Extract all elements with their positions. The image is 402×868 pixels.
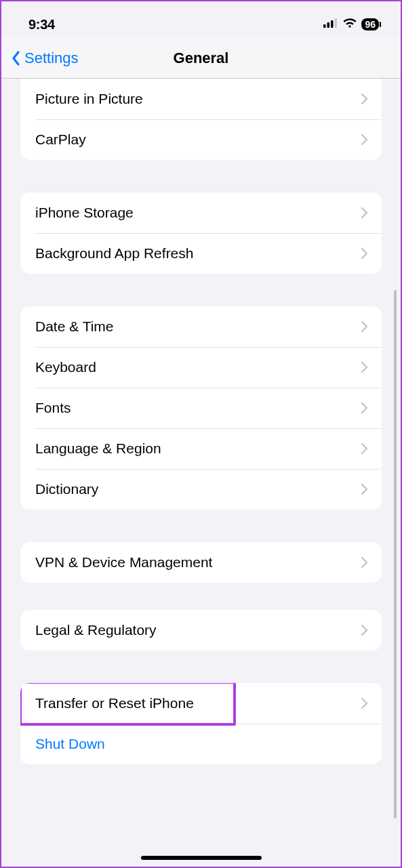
row-shut-down[interactable]: Shut Down <box>20 724 382 764</box>
group-media: Picture in Picture CarPlay <box>20 79 382 160</box>
row-transfer-or-reset-iphone[interactable]: Transfer or Reset iPhone <box>20 683 382 724</box>
chevron-right-icon <box>361 442 368 455</box>
svg-rect-0 <box>323 24 326 28</box>
group-storage: iPhone Storage Background App Refresh <box>20 192 382 274</box>
svg-rect-1 <box>327 22 330 28</box>
row-label: CarPlay <box>35 131 86 148</box>
back-label: Settings <box>24 49 79 67</box>
row-label: Keyboard <box>35 359 96 375</box>
chevron-right-icon <box>361 483 368 495</box>
status-bar: 9:34 96 <box>1 1 401 38</box>
row-label: Fonts <box>35 400 71 416</box>
row-keyboard[interactable]: Keyboard <box>20 347 382 388</box>
row-label: Shut Down <box>35 736 105 752</box>
chevron-right-icon <box>361 207 368 219</box>
cellular-icon <box>323 18 338 30</box>
back-button[interactable]: Settings <box>1 49 79 67</box>
row-date-time[interactable]: Date & Time <box>20 306 382 347</box>
row-fonts[interactable]: Fonts <box>20 388 382 428</box>
row-label: Date & Time <box>35 318 114 335</box>
chevron-right-icon <box>361 624 368 636</box>
status-indicators: 96 <box>323 18 379 31</box>
row-label: Background App Refresh <box>35 245 193 262</box>
row-label: Transfer or Reset iPhone <box>35 695 194 711</box>
settings-general-screen: 9:34 96 Settings General Picture in Pict… <box>1 1 401 867</box>
row-label: Dictionary <box>35 481 98 497</box>
chevron-right-icon <box>361 402 368 414</box>
settings-list: Picture in Picture CarPlay iPhone Storag… <box>1 79 401 867</box>
row-label: VPN & Device Management <box>35 554 212 571</box>
row-background-app-refresh[interactable]: Background App Refresh <box>20 233 382 274</box>
home-indicator[interactable] <box>141 856 262 860</box>
scrollbar[interactable] <box>394 290 397 819</box>
group-system: Date & Time Keyboard Fonts Language & Re… <box>20 306 382 510</box>
group-reset: Transfer or Reset iPhone Shut Down <box>20 683 382 764</box>
chevron-right-icon <box>361 93 368 105</box>
row-label: Legal & Regulatory <box>35 622 157 638</box>
nav-bar: Settings General <box>1 38 401 79</box>
chevron-right-icon <box>361 247 368 260</box>
status-time: 9:34 <box>28 17 55 33</box>
row-language-region[interactable]: Language & Region <box>20 428 382 469</box>
chevron-right-icon <box>361 321 368 333</box>
chevron-left-icon <box>11 50 22 66</box>
row-label: Picture in Picture <box>35 91 143 107</box>
row-dictionary[interactable]: Dictionary <box>20 469 382 510</box>
row-legal-regulatory[interactable]: Legal & Regulatory <box>20 610 382 650</box>
chevron-right-icon <box>361 697 368 709</box>
row-label: iPhone Storage <box>35 205 134 221</box>
svg-rect-2 <box>331 20 334 28</box>
row-carplay[interactable]: CarPlay <box>20 119 382 160</box>
chevron-right-icon <box>361 133 368 146</box>
row-label: Language & Region <box>35 440 161 457</box>
group-legal: Legal & Regulatory <box>20 610 382 650</box>
chevron-right-icon <box>361 556 368 569</box>
row-iphone-storage[interactable]: iPhone Storage <box>20 192 382 233</box>
row-vpn-device-management[interactable]: VPN & Device Management <box>20 542 382 583</box>
row-picture-in-picture[interactable]: Picture in Picture <box>20 79 382 119</box>
group-vpn: VPN & Device Management <box>20 542 382 583</box>
chevron-right-icon <box>361 361 368 373</box>
wifi-icon <box>342 18 357 31</box>
svg-rect-3 <box>335 18 338 28</box>
battery-indicator: 96 <box>361 18 379 30</box>
